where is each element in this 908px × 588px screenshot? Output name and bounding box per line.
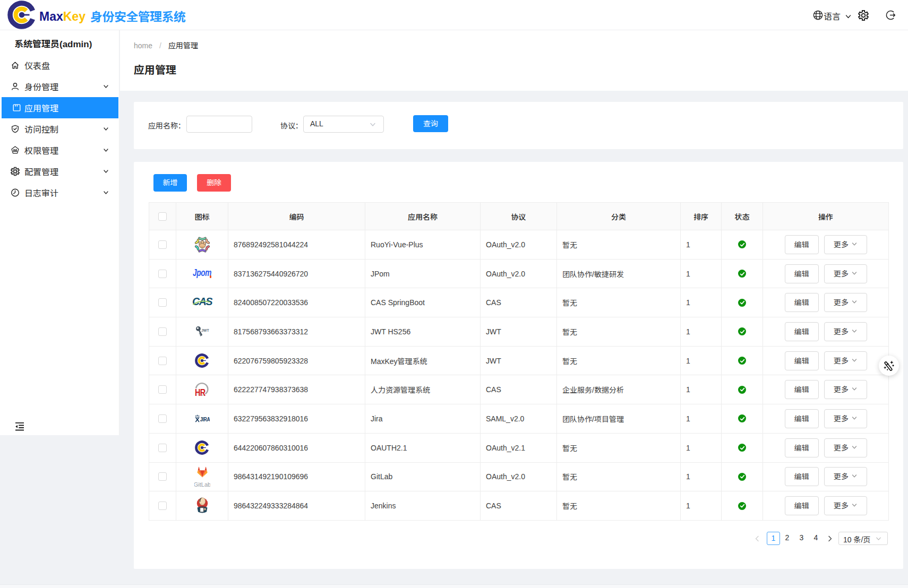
svg-text:JWT: JWT [201, 328, 209, 332]
svg-text:GitLab: GitLab [194, 481, 210, 488]
svg-text:HR: HR [195, 387, 205, 397]
svg-text:JIRA: JIRA [200, 417, 209, 423]
